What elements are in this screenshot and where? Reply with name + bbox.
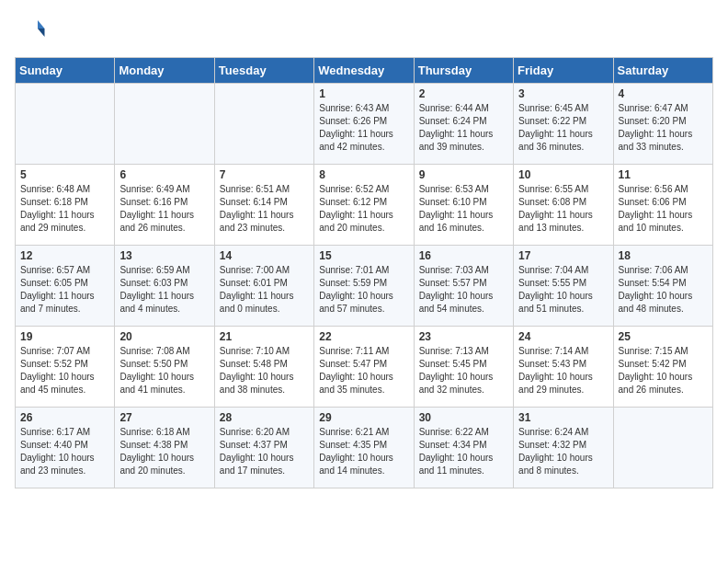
calendar-table: SundayMondayTuesdayWednesdayThursdayFrid… xyxy=(15,57,713,488)
day-number: 19 xyxy=(20,330,109,343)
calendar-cell: 17Sunrise: 7:04 AM Sunset: 5:55 PM Dayli… xyxy=(514,246,613,327)
calendar-week-4: 19Sunrise: 7:07 AM Sunset: 5:52 PM Dayli… xyxy=(16,327,713,408)
day-number: 4 xyxy=(619,87,708,100)
day-number: 28 xyxy=(220,411,309,424)
day-number: 16 xyxy=(419,249,508,262)
calendar-cell: 5Sunrise: 6:48 AM Sunset: 6:18 PM Daylig… xyxy=(16,165,115,246)
page-header xyxy=(15,15,713,46)
day-number: 25 xyxy=(619,330,708,343)
day-content: Sunrise: 7:14 AM Sunset: 5:43 PM Dayligh… xyxy=(518,345,608,396)
day-content: Sunrise: 7:06 AM Sunset: 5:54 PM Dayligh… xyxy=(619,264,708,316)
calendar-cell: 28Sunrise: 6:20 AM Sunset: 4:37 PM Dayli… xyxy=(214,408,313,488)
day-content: Sunrise: 6:53 AM Sunset: 6:10 PM Dayligh… xyxy=(419,183,508,235)
day-number: 31 xyxy=(518,411,608,424)
day-content: Sunrise: 6:47 AM Sunset: 6:20 PM Dayligh… xyxy=(619,102,708,154)
calendar-header: SundayMondayTuesdayWednesdayThursdayFrid… xyxy=(16,58,713,84)
calendar-cell: 2Sunrise: 6:44 AM Sunset: 6:24 PM Daylig… xyxy=(414,84,513,165)
day-content: Sunrise: 7:01 AM Sunset: 5:59 PM Dayligh… xyxy=(319,264,408,316)
calendar-cell: 18Sunrise: 7:06 AM Sunset: 5:54 PM Dayli… xyxy=(613,246,712,327)
calendar-cell: 9Sunrise: 6:53 AM Sunset: 6:10 PM Daylig… xyxy=(414,165,513,246)
day-number: 21 xyxy=(220,330,309,343)
svg-marker-0 xyxy=(38,20,45,29)
logo-icon xyxy=(18,15,46,42)
calendar-cell: 30Sunrise: 6:22 AM Sunset: 4:34 PM Dayli… xyxy=(414,408,513,488)
day-content: Sunrise: 6:20 AM Sunset: 4:37 PM Dayligh… xyxy=(220,426,309,477)
calendar-week-5: 26Sunrise: 6:17 AM Sunset: 4:40 PM Dayli… xyxy=(16,408,713,488)
day-content: Sunrise: 7:03 AM Sunset: 5:57 PM Dayligh… xyxy=(419,264,508,316)
day-number: 17 xyxy=(518,249,608,262)
calendar-cell: 24Sunrise: 7:14 AM Sunset: 5:43 PM Dayli… xyxy=(514,327,613,408)
day-number: 27 xyxy=(119,411,209,424)
calendar-cell: 11Sunrise: 6:56 AM Sunset: 6:06 PM Dayli… xyxy=(613,165,712,246)
calendar-cell xyxy=(214,84,313,165)
day-content: Sunrise: 6:24 AM Sunset: 4:32 PM Dayligh… xyxy=(518,426,608,477)
day-content: Sunrise: 6:57 AM Sunset: 6:05 PM Dayligh… xyxy=(20,264,109,316)
day-number: 6 xyxy=(119,168,209,181)
day-content: Sunrise: 7:15 AM Sunset: 5:42 PM Dayligh… xyxy=(619,345,708,396)
day-content: Sunrise: 6:17 AM Sunset: 4:40 PM Dayligh… xyxy=(20,426,109,477)
day-content: Sunrise: 7:07 AM Sunset: 5:52 PM Dayligh… xyxy=(20,345,109,396)
day-number: 2 xyxy=(419,87,508,100)
calendar-cell: 23Sunrise: 7:13 AM Sunset: 5:45 PM Dayli… xyxy=(414,327,513,408)
day-content: Sunrise: 6:18 AM Sunset: 4:38 PM Dayligh… xyxy=(119,426,209,477)
day-content: Sunrise: 6:45 AM Sunset: 6:22 PM Dayligh… xyxy=(518,102,608,154)
day-content: Sunrise: 6:56 AM Sunset: 6:06 PM Dayligh… xyxy=(619,183,708,235)
svg-marker-1 xyxy=(38,29,45,37)
day-content: Sunrise: 6:22 AM Sunset: 4:34 PM Dayligh… xyxy=(419,426,508,477)
calendar-cell: 26Sunrise: 6:17 AM Sunset: 4:40 PM Dayli… xyxy=(16,408,115,488)
calendar-cell: 3Sunrise: 6:45 AM Sunset: 6:22 PM Daylig… xyxy=(514,84,613,165)
day-content: Sunrise: 6:49 AM Sunset: 6:16 PM Dayligh… xyxy=(119,183,209,235)
day-number: 22 xyxy=(319,330,408,343)
calendar-cell: 21Sunrise: 7:10 AM Sunset: 5:48 PM Dayli… xyxy=(214,327,313,408)
day-content: Sunrise: 7:10 AM Sunset: 5:48 PM Dayligh… xyxy=(220,345,309,396)
calendar-cell: 22Sunrise: 7:11 AM Sunset: 5:47 PM Dayli… xyxy=(314,327,414,408)
calendar-cell: 29Sunrise: 6:21 AM Sunset: 4:35 PM Dayli… xyxy=(314,408,414,488)
calendar-cell: 13Sunrise: 6:59 AM Sunset: 6:03 PM Dayli… xyxy=(115,246,214,327)
calendar-week-3: 12Sunrise: 6:57 AM Sunset: 6:05 PM Dayli… xyxy=(16,246,713,327)
weekday-header-sunday: Sunday xyxy=(16,58,115,84)
day-number: 3 xyxy=(518,87,608,100)
calendar-cell: 6Sunrise: 6:49 AM Sunset: 6:16 PM Daylig… xyxy=(115,165,214,246)
day-number: 29 xyxy=(319,411,408,424)
logo xyxy=(15,15,46,46)
calendar-cell: 25Sunrise: 7:15 AM Sunset: 5:42 PM Dayli… xyxy=(613,327,712,408)
day-content: Sunrise: 6:52 AM Sunset: 6:12 PM Dayligh… xyxy=(319,183,408,235)
day-number: 23 xyxy=(419,330,508,343)
weekday-header-tuesday: Tuesday xyxy=(214,58,313,84)
day-content: Sunrise: 6:44 AM Sunset: 6:24 PM Dayligh… xyxy=(419,102,508,154)
calendar-week-1: 1Sunrise: 6:43 AM Sunset: 6:26 PM Daylig… xyxy=(16,84,713,165)
day-content: Sunrise: 7:04 AM Sunset: 5:55 PM Dayligh… xyxy=(518,264,608,316)
calendar-cell xyxy=(613,408,712,488)
calendar-cell: 4Sunrise: 6:47 AM Sunset: 6:20 PM Daylig… xyxy=(613,84,712,165)
calendar-cell: 14Sunrise: 7:00 AM Sunset: 6:01 PM Dayli… xyxy=(214,246,313,327)
day-content: Sunrise: 6:48 AM Sunset: 6:18 PM Dayligh… xyxy=(20,183,109,235)
calendar-cell xyxy=(115,84,214,165)
calendar-cell: 1Sunrise: 6:43 AM Sunset: 6:26 PM Daylig… xyxy=(314,84,414,165)
day-number: 10 xyxy=(518,168,608,181)
day-content: Sunrise: 6:51 AM Sunset: 6:14 PM Dayligh… xyxy=(220,183,309,235)
day-number: 8 xyxy=(319,168,408,181)
calendar-cell: 16Sunrise: 7:03 AM Sunset: 5:57 PM Dayli… xyxy=(414,246,513,327)
day-content: Sunrise: 6:21 AM Sunset: 4:35 PM Dayligh… xyxy=(319,426,408,477)
weekday-row: SundayMondayTuesdayWednesdayThursdayFrid… xyxy=(16,58,713,84)
day-number: 15 xyxy=(319,249,408,262)
calendar-cell: 7Sunrise: 6:51 AM Sunset: 6:14 PM Daylig… xyxy=(214,165,313,246)
day-number: 7 xyxy=(220,168,309,181)
calendar-cell: 19Sunrise: 7:07 AM Sunset: 5:52 PM Dayli… xyxy=(16,327,115,408)
calendar-cell: 20Sunrise: 7:08 AM Sunset: 5:50 PM Dayli… xyxy=(115,327,214,408)
day-content: Sunrise: 6:43 AM Sunset: 6:26 PM Dayligh… xyxy=(319,102,408,154)
calendar-week-2: 5Sunrise: 6:48 AM Sunset: 6:18 PM Daylig… xyxy=(16,165,713,246)
day-number: 20 xyxy=(119,330,209,343)
calendar-body: 1Sunrise: 6:43 AM Sunset: 6:26 PM Daylig… xyxy=(16,84,713,488)
calendar-cell: 12Sunrise: 6:57 AM Sunset: 6:05 PM Dayli… xyxy=(16,246,115,327)
day-content: Sunrise: 7:13 AM Sunset: 5:45 PM Dayligh… xyxy=(419,345,508,396)
day-number: 5 xyxy=(20,168,109,181)
weekday-header-monday: Monday xyxy=(115,58,214,84)
day-number: 9 xyxy=(419,168,508,181)
weekday-header-saturday: Saturday xyxy=(613,58,712,84)
day-content: Sunrise: 7:11 AM Sunset: 5:47 PM Dayligh… xyxy=(319,345,408,396)
day-content: Sunrise: 6:55 AM Sunset: 6:08 PM Dayligh… xyxy=(518,183,608,235)
day-number: 30 xyxy=(419,411,508,424)
day-number: 24 xyxy=(518,330,608,343)
calendar-cell: 8Sunrise: 6:52 AM Sunset: 6:12 PM Daylig… xyxy=(314,165,414,246)
